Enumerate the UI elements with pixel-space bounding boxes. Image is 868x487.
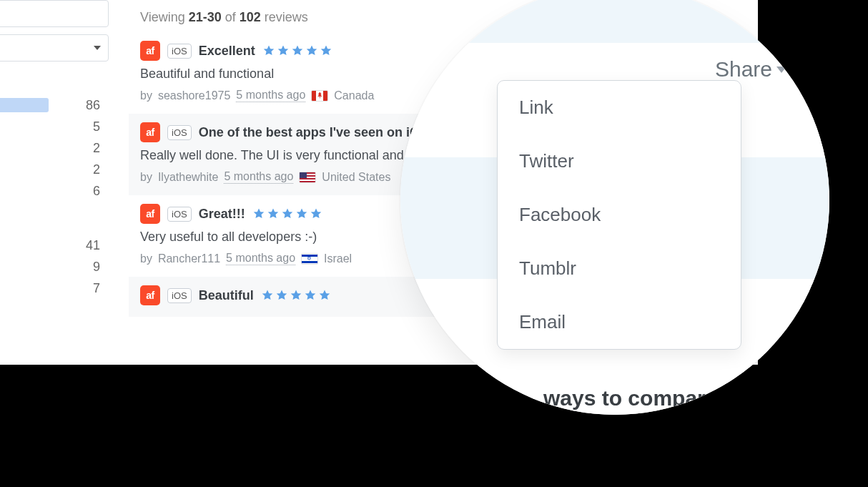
share-menu-item-twitter[interactable]: Twitter bbox=[498, 134, 741, 188]
star-icon bbox=[291, 44, 304, 57]
share-menu-item-facebook[interactable]: Facebook bbox=[498, 188, 741, 242]
rating-row[interactable]: 86 bbox=[0, 94, 100, 116]
filter-select[interactable] bbox=[0, 34, 109, 62]
magnifier-lens: Share pps are ways to compare Link Twitt… bbox=[400, 0, 829, 415]
country-row[interactable]: ngdom 9 bbox=[0, 256, 100, 277]
star-icon bbox=[252, 207, 265, 220]
app-icon: af bbox=[140, 41, 160, 61]
chevron-down-icon bbox=[776, 67, 786, 73]
star-icon bbox=[320, 44, 332, 57]
country-filter-label: untry bbox=[0, 215, 107, 229]
country-count: 7 bbox=[71, 281, 100, 296]
country-row[interactable]: 7 bbox=[0, 277, 100, 299]
star-icon bbox=[305, 44, 318, 57]
rating-rows: 86 5 2 2 6 bbox=[0, 94, 107, 202]
review-by-prefix: by bbox=[140, 171, 152, 184]
rating-count: 5 bbox=[71, 119, 100, 134]
rating-count: 86 bbox=[71, 98, 100, 113]
star-icon bbox=[262, 44, 275, 57]
review-author: seashore1975 bbox=[158, 89, 230, 102]
review-timestamp[interactable]: 5 months ago bbox=[224, 170, 293, 184]
star-icon bbox=[310, 207, 322, 220]
rating-row[interactable]: 2 bbox=[0, 137, 100, 159]
star-rating bbox=[261, 289, 331, 302]
country-count: 9 bbox=[71, 260, 100, 275]
country-row[interactable]: ates 41 bbox=[0, 235, 100, 256]
review-title: Beautiful bbox=[199, 288, 254, 303]
review-country: United States bbox=[322, 171, 390, 184]
star-rating bbox=[262, 44, 332, 57]
flag-us-icon bbox=[299, 172, 316, 183]
flag-canada-icon bbox=[311, 90, 328, 102]
country-rows: ates 41 ngdom 9 7 bbox=[0, 235, 107, 299]
star-rating bbox=[252, 207, 322, 220]
star-icon bbox=[275, 289, 288, 302]
platform-badge: iOS bbox=[167, 125, 192, 140]
country-count: 41 bbox=[71, 238, 100, 253]
rating-count: 6 bbox=[71, 184, 100, 199]
share-button[interactable]: Share bbox=[715, 57, 786, 82]
viewing-suffix: reviews bbox=[261, 10, 308, 24]
star-icon bbox=[290, 289, 302, 302]
app-icon: af bbox=[140, 285, 160, 305]
rating-row[interactable]: 6 bbox=[0, 180, 100, 202]
star-icon bbox=[261, 289, 274, 302]
star-icon bbox=[304, 289, 317, 302]
app-icon: af bbox=[140, 122, 160, 142]
review-timestamp[interactable]: 5 months ago bbox=[236, 89, 305, 102]
review-title: Excellent bbox=[199, 44, 255, 59]
platform-badge: iOS bbox=[167, 44, 192, 59]
viewing-of: of bbox=[222, 10, 240, 24]
review-country: Israel bbox=[324, 252, 352, 265]
review-country: Canada bbox=[334, 89, 374, 102]
rating-row[interactable]: 2 bbox=[0, 159, 100, 180]
flag-israel-icon: ✡ bbox=[301, 253, 318, 265]
star-icon bbox=[318, 289, 331, 302]
viewing-range: 21-30 bbox=[189, 10, 222, 24]
review-by-prefix: by bbox=[140, 89, 152, 102]
rating-filter-label: ting bbox=[0, 74, 107, 89]
star-icon bbox=[281, 207, 294, 220]
share-menu: Link Twitter Facebook Tumblr Email bbox=[497, 80, 741, 350]
viewing-total: 102 bbox=[240, 10, 261, 24]
app-icon: af bbox=[140, 204, 160, 224]
star-icon bbox=[267, 207, 280, 220]
share-menu-item-link[interactable]: Link bbox=[498, 81, 741, 134]
share-label: Share bbox=[715, 57, 772, 82]
review-author: Ilyathewhite bbox=[158, 171, 219, 184]
review-by-prefix: by bbox=[140, 252, 152, 265]
share-menu-item-tumblr[interactable]: Tumblr bbox=[498, 242, 741, 295]
filters-sidebar: yword ting 86 5 2 bbox=[0, 0, 107, 365]
keyword-filter-input[interactable]: yword bbox=[0, 0, 109, 27]
rating-row[interactable]: 5 bbox=[0, 116, 100, 137]
lens-accent-bar bbox=[788, 0, 797, 43]
review-timestamp[interactable]: 5 months ago bbox=[226, 252, 295, 265]
rating-count: 2 bbox=[71, 141, 100, 156]
review-author: Rancher111 bbox=[158, 252, 220, 265]
review-title: Great!!! bbox=[199, 207, 245, 222]
viewing-prefix: Viewing bbox=[140, 10, 189, 24]
rating-count: 2 bbox=[71, 162, 100, 177]
background-text: ways to compare bbox=[543, 386, 815, 410]
platform-badge: iOS bbox=[167, 288, 192, 303]
chevron-down-icon bbox=[94, 46, 101, 50]
platform-badge: iOS bbox=[167, 207, 192, 222]
star-icon bbox=[295, 207, 308, 220]
star-icon bbox=[277, 44, 290, 57]
share-menu-item-email[interactable]: Email bbox=[498, 295, 741, 349]
review-title: One of the best apps I've seen on iOS bbox=[199, 125, 428, 140]
